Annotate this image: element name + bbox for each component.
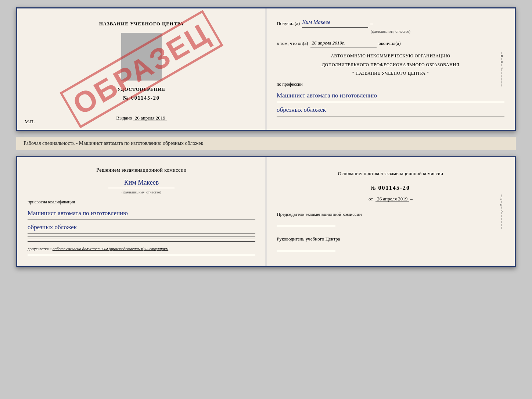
photo-placeholder [121, 33, 162, 81]
poluchil-line: Получил(а) Ким Макеев – [277, 17, 504, 28]
blank-line-1 [28, 236, 255, 236]
rukovoditel-block: Руководитель учебного Центра [277, 235, 504, 251]
between-docs-text: Рабочая специальность - Машинист автомат… [16, 137, 516, 150]
rukovoditel-sig-line [277, 251, 335, 251]
udostoverenie-label: УДОСТОВЕРЕНИЕ [117, 86, 165, 92]
vtom-value: 26 апреля 2019г. [310, 39, 377, 47]
right-edge-dashes-bottom: – и – а – <– – – – – – [499, 195, 506, 229]
bottom-doc-right: Основание: протокол экзаменационной коми… [266, 157, 515, 266]
prisvoena-label: присвоена квалификация [28, 198, 255, 206]
top-document: НАЗВАНИЕ УЧЕБНОГО ЦЕНТРА УДОСТОВЕРЕНИЕ №… [16, 7, 516, 131]
vtom-line: в том, что он(а) 26 апреля 2019г. окончи… [277, 39, 504, 47]
resheniem-header: Решением экзаменационной комиссии [28, 166, 255, 175]
bottom-name: Ким Макеев [108, 177, 175, 189]
name-sub: (фамилия, имя, отчество) [28, 189, 255, 195]
ot-dash: – [410, 196, 413, 202]
kvali-line1: Машинист автомата по изготовлению [28, 207, 255, 220]
protocol-section: Основание: протокол экзаменационной коми… [277, 166, 504, 251]
protocol-date-line: от 26 апреля 2019 – [277, 195, 504, 203]
profession-line1: Машинист автомата по изготовлению [277, 89, 504, 103]
dopusk-value: работе согласно должностным (производств… [53, 246, 168, 251]
org-line3: " НАЗВАНИЕ УЧЕБНОГО ЦЕНТРА " [277, 70, 504, 77]
mp-label: М.П. [25, 119, 35, 125]
blank-line-3 [28, 241, 255, 242]
ot-label: от [369, 196, 373, 202]
predsedatel-sig-line [277, 226, 335, 226]
top-doc-right: Получил(а) Ким Макеев – (фамилия, имя, о… [266, 8, 515, 130]
blank-line-2 [28, 239, 255, 239]
org-line2: ДОПОЛНИТЕЛЬНОГО ПРОФЕССИОНАЛЬНОГО ОБРАЗО… [277, 61, 504, 68]
predsedatel-block: Председатель экзаменационной комиссии [277, 210, 504, 226]
ot-value: 26 апреля 2019 [375, 196, 409, 202]
dopusk-block: допускается к работе согласно должностны… [28, 245, 255, 252]
dopusk-label: допускается к [28, 246, 51, 251]
bottom-document: Решением экзаменационной комиссии Ким Ма… [16, 156, 516, 267]
dash: – [370, 19, 373, 28]
vydano-date: 26 апреля 2019 [133, 115, 167, 121]
vtom-label: в том, что он(а) [277, 39, 308, 47]
okончил-label: окончил(а) [379, 39, 401, 47]
rukovoditel-label: Руководитель учебного Центра [277, 235, 504, 243]
poluchil-label: Получил(а) [277, 19, 300, 28]
predsedatel-label: Председатель экзаменационной комиссии [277, 210, 504, 218]
org-block: АВТОНОМНУЮ НЕКОММЕРЧЕСКУЮ ОРГАНИЗАЦИЮ ДО… [277, 53, 504, 77]
right-edge-dashes: – и – а – <– – – – – – [498, 52, 506, 86]
kvali-line2: обрезных обложек [28, 221, 255, 234]
protocol-number: 001145-20 [378, 185, 410, 191]
between-text: Рабочая специальность - Машинист автомат… [24, 140, 203, 146]
vydano-line: Выдано 26 апреля 2019 [116, 115, 166, 121]
top-left-title: НАЗВАНИЕ УЧЕБНОГО ЦЕНТРА [99, 21, 184, 27]
blank-line-4 [28, 255, 255, 255]
number-symbol: № [371, 185, 375, 191]
protocol-number-line: № 001145-20 [277, 183, 504, 193]
vydano-label: Выдано [116, 115, 132, 121]
top-doc-left: НАЗВАНИЕ УЧЕБНОГО ЦЕНТРА УДОСТОВЕРЕНИЕ №… [17, 8, 266, 130]
doc-number: № 001145-20 [123, 95, 159, 101]
osnovanie-label: Основание: протокол экзаменационной коми… [277, 170, 504, 178]
profession-line2: обрезных обложек [277, 104, 504, 117]
poluchil-value: Ким Макеев [302, 17, 368, 28]
bottom-doc-left: Решением экзаменационной комиссии Ким Ма… [17, 157, 266, 266]
poluchil-sub: (фамилия, имя, отчество) [277, 28, 504, 35]
po-professii-label: по профессии [277, 81, 504, 89]
org-line1: АВТОНОМНУЮ НЕКОММЕРЧЕСКУЮ ОРГАНИЗАЦИЮ [277, 53, 504, 60]
